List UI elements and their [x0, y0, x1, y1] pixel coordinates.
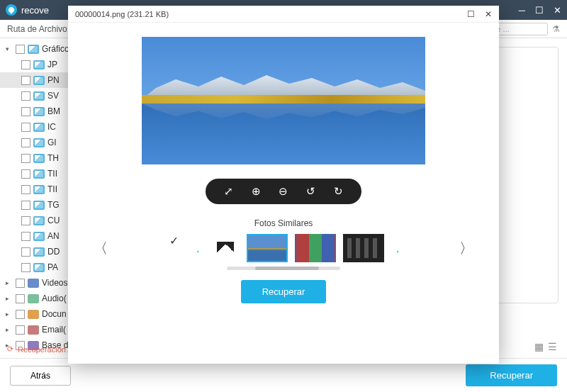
window-minimize-icon[interactable]: ─ — [519, 5, 525, 16]
folder-icon — [33, 247, 45, 257]
checkbox[interactable] — [21, 107, 30, 116]
folder-icon — [33, 185, 45, 194]
next-thumbnail-icon[interactable]: 〉 — [455, 239, 478, 258]
checkbox[interactable] — [21, 263, 30, 272]
zoom-in-icon[interactable]: ⊕ — [252, 185, 261, 198]
email-folder-icon — [28, 325, 39, 335]
folder-icon — [33, 232, 45, 241]
checkbox[interactable] — [16, 294, 25, 303]
folder-icon — [33, 123, 45, 132]
folder-icon — [33, 76, 45, 85]
folder-icon — [33, 91, 45, 101]
thumbnail-active[interactable] — [247, 234, 288, 262]
caret-right-icon: ▸ — [6, 326, 13, 333]
window-close-icon[interactable]: ✕ — [554, 5, 561, 16]
checkbox[interactable] — [21, 232, 30, 241]
checkbox[interactable] — [16, 45, 25, 54]
fullscreen-exit-icon[interactable]: ⤢ — [224, 185, 233, 198]
folder-icon — [33, 263, 45, 272]
thumbnail-scrollbar[interactable] — [227, 267, 340, 270]
folder-icon — [33, 107, 45, 116]
list-view-icon[interactable]: ☰ — [548, 341, 557, 352]
breadcrumb-label: Ruta de Archivo — [7, 24, 67, 34]
zoom-out-icon[interactable]: ⊖ — [279, 185, 288, 198]
preview-modal: 00000014.png (231.21 KB) ☐ ✕ ⤢ ⊕ ⊖ ↺ ↻ F… — [68, 6, 499, 364]
thumbnail[interactable] — [295, 234, 336, 262]
thumb-marker-icon: ⬪ — [191, 245, 204, 252]
checkbox[interactable] — [21, 169, 30, 179]
checkbox[interactable] — [21, 76, 30, 85]
recover-button[interactable]: Recuperar — [466, 364, 557, 386]
similar-photos-title: Fotos Similares — [254, 218, 313, 228]
prev-thumbnail-icon[interactable]: 〈 — [89, 239, 112, 258]
folder-icon — [33, 154, 45, 163]
thumb-marker-icon: ⬪ — [391, 245, 404, 252]
checkbox[interactable] — [16, 279, 25, 288]
modal-title: 00000014.png (231.21 KB) — [75, 10, 169, 18]
checkbox[interactable] — [21, 123, 30, 132]
rotate-left-icon[interactable]: ↺ — [306, 185, 315, 198]
checkbox[interactable] — [21, 91, 30, 101]
rotate-right-icon[interactable]: ↻ — [334, 185, 343, 198]
folder-icon — [33, 60, 45, 69]
thumbnail-row: 〈 ✓ ⬪ ⬪ 〉 — [68, 234, 499, 262]
folder-icon — [33, 138, 45, 147]
modal-maximize-icon[interactable]: ☐ — [467, 9, 475, 19]
folder-icon — [33, 169, 45, 179]
caret-right-icon: ▸ — [6, 279, 13, 286]
caret-right-icon: ▸ — [6, 295, 13, 302]
app-logo-icon — [6, 4, 17, 16]
checkbox[interactable] — [21, 201, 30, 210]
modal-titlebar: 00000014.png (231.21 KB) ☐ ✕ — [68, 6, 499, 23]
app-title: recove — [21, 5, 49, 16]
image-folder-icon — [28, 45, 39, 54]
modal-recover-button[interactable]: Recuperar — [241, 280, 327, 303]
folder-icon — [33, 201, 45, 210]
checkbox[interactable] — [21, 185, 30, 194]
thumb-check-icon[interactable]: ✓ — [163, 234, 184, 262]
view-mode-toggles: ▦ ☰ — [534, 341, 557, 352]
checkbox[interactable] — [21, 60, 30, 69]
checkbox[interactable] — [16, 325, 25, 335]
checkbox[interactable] — [16, 310, 25, 319]
preview-toolbar: ⤢ ⊕ ⊖ ↺ ↻ — [206, 179, 361, 204]
checkbox[interactable] — [21, 216, 30, 225]
advanced-recovery-icon: ⟳ — [7, 345, 13, 354]
window-maximize-icon[interactable]: ☐ — [535, 5, 544, 16]
modal-close-icon[interactable]: ✕ — [485, 9, 492, 19]
checkbox[interactable] — [21, 138, 30, 147]
document-folder-icon — [28, 310, 39, 319]
grid-view-icon[interactable]: ▦ — [534, 341, 544, 352]
caret-down-icon: ▾ — [6, 45, 13, 52]
preview-image — [142, 37, 425, 164]
thumb-logo[interactable] — [211, 234, 240, 262]
back-button[interactable]: Atrás — [10, 366, 71, 386]
thumbnail[interactable] — [343, 234, 384, 262]
audio-folder-icon — [28, 294, 39, 303]
folder-icon — [33, 216, 45, 225]
filter-icon[interactable]: ⚗ — [552, 24, 560, 34]
video-folder-icon — [28, 279, 39, 288]
checkbox[interactable] — [21, 154, 30, 163]
caret-right-icon: ▸ — [6, 310, 13, 318]
checkbox[interactable] — [21, 247, 30, 257]
